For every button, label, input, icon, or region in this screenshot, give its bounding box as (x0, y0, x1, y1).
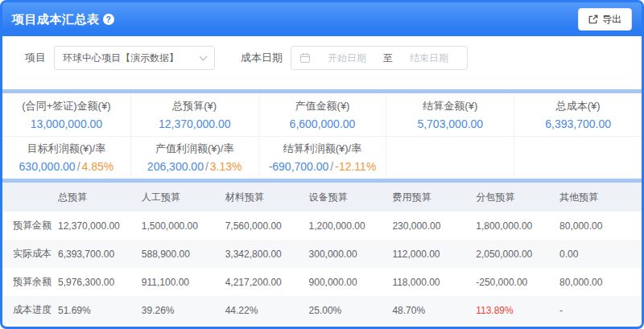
cell: 1,500,000.00 (140, 212, 224, 240)
stat-value: 5,703,000.00 (417, 117, 483, 130)
stat-card-empty (514, 137, 642, 179)
stat-label: 产值金额(¥) (295, 99, 350, 113)
table-row-budget-amount: 预算金额 12,370,000.00 1,500,000.00 7,560,00… (2, 212, 642, 240)
project-select-value: 环球中心项目【演示数据】 (63, 51, 200, 65)
date-range-separator: 至 (383, 51, 393, 65)
cell: 230,000.00 (390, 212, 474, 240)
cell: 118,000.00 (390, 268, 474, 296)
row-label: 实际成本 (2, 240, 56, 268)
cost-table: 总预算 人工预算 材料预算 设备预算 费用预算 分包预算 其他预算 预算金额 1… (2, 183, 642, 324)
column-header: 人工预算 (140, 183, 224, 212)
cell: 3,342,800.00 (224, 240, 308, 268)
slash-separator: / (76, 160, 82, 173)
stat-card-total-budget: 总预算(¥) 12,370,000.00 (130, 93, 258, 136)
table-header-row: 总预算 人工预算 材料预算 设备预算 费用预算 分包预算 其他预算 (2, 183, 642, 212)
stat-card-output-profit: 产值利润额(¥)/率 206,300.00/3.13% (130, 137, 258, 179)
cost-date-filter-label: 成本日期 (241, 51, 283, 65)
profit-rate: 3.13% (210, 160, 242, 173)
cell: 4,217,200.00 (224, 268, 308, 296)
stat-value: 206,300.00/3.13% (147, 160, 242, 173)
stat-label: (合同+签证)金额(¥) (22, 99, 110, 113)
stat-value: 6,393,700.00 (545, 117, 611, 130)
column-header: 其他预算 (558, 183, 642, 212)
column-header: 总预算 (56, 183, 140, 212)
date-range-input[interactable]: 开始日期 至 结束日期 (291, 46, 468, 70)
stat-label: 产值利润额(¥)/率 (155, 142, 234, 156)
stat-card-contract-amount: (合同+签证)金额(¥) 13,000,000.00 (2, 93, 130, 136)
project-filter-label: 项目 (25, 51, 46, 65)
cell: 2,050,000.00 (474, 240, 558, 268)
profit-amount: 206,300.00 (147, 160, 204, 173)
page-title: 项目成本汇总表 (12, 12, 100, 27)
summary-row-1: (合同+签证)金额(¥) 13,000,000.00 总预算(¥) 12,370… (2, 93, 642, 136)
profit-amount: -690,700.00 (269, 160, 329, 173)
stat-card-output-amount: 产值金额(¥) 6,600,000.00 (258, 93, 386, 136)
cell: 900,000.00 (308, 268, 391, 296)
export-button-label: 导出 (602, 13, 621, 27)
titlebar: 项目成本汇总表 ? 导出 (2, 2, 642, 36)
stat-card-settlement-amount: 结算金额(¥) 5,703,000.00 (386, 93, 514, 136)
stat-card-target-profit: 目标利润额(¥)/率 630,000.00/4.85% (2, 137, 130, 179)
calendar-icon (299, 52, 311, 64)
stat-value: 6,600,000.00 (290, 117, 356, 130)
cell: 588,900.00 (140, 240, 224, 268)
project-select[interactable]: 环球中心项目【演示数据】 (54, 46, 215, 70)
profit-rate: 4.85% (82, 160, 114, 173)
profit-rate: -12.11% (335, 160, 376, 173)
filter-row: 项目 环球中心项目【演示数据】 成本日期 开始日期 至 结束日期 (14, 46, 468, 70)
column-header: 费用预算 (390, 183, 474, 212)
slash-separator: / (204, 160, 210, 173)
help-icon[interactable]: ? (103, 14, 114, 25)
column-header (2, 183, 56, 212)
cell: 80,000.00 (558, 212, 642, 240)
stat-value: 13,000,000.00 (31, 117, 103, 130)
cell: 1,800,000.00 (474, 212, 558, 240)
cell: 112,000.00 (390, 240, 474, 268)
table-panel: 总预算 人工预算 材料预算 设备预算 费用预算 分包预算 其他预算 预算金额 1… (2, 183, 642, 327)
column-header: 设备预算 (308, 183, 391, 212)
cell: 300,000.00 (308, 240, 391, 268)
cell: - (558, 296, 642, 324)
end-date-placeholder: 结束日期 (399, 51, 459, 65)
cell: 48.70% (390, 296, 474, 324)
stat-label: 结算利润额(¥)/率 (283, 142, 362, 156)
cell: 5,976,300.00 (56, 268, 140, 296)
stat-card-settlement-profit: 结算利润额(¥)/率 -690,700.00/-12.11% (258, 137, 386, 179)
cell: 0.00 (558, 240, 642, 268)
cell: 911,100.00 (140, 268, 224, 296)
table-row-cost-progress: 成本进度 51.69% 39.26% 44.22% 25.00% 48.70% … (2, 296, 642, 324)
cell: 39.26% (140, 296, 224, 324)
stat-value: -690,700.00/-12.11% (269, 160, 377, 173)
cell: 44.22% (224, 296, 308, 324)
table-row-budget-balance: 预算余额 5,976,300.00 911,100.00 4,217,200.0… (2, 268, 642, 296)
column-header: 材料预算 (224, 183, 308, 212)
chevron-down-icon (200, 52, 208, 60)
cell-over-budget: 113.89% (474, 296, 558, 324)
export-icon (588, 14, 598, 24)
row-label: 成本进度 (2, 296, 56, 324)
summary-panel: (合同+签证)金额(¥) 13,000,000.00 总预算(¥) 12,370… (2, 93, 642, 179)
stat-label: 结算金额(¥) (423, 99, 477, 113)
stat-value: 630,000.00/4.85% (19, 160, 114, 173)
cell: 51.69% (56, 296, 140, 324)
table-row-actual-cost: 实际成本 6,393,700.00 588,900.00 3,342,800.0… (2, 240, 642, 268)
stat-label: 总预算(¥) (172, 99, 217, 113)
stat-label: 总成本(¥) (556, 99, 601, 113)
project-cost-summary-window: 项目成本汇总表 ? 导出 项目 环球中心项目【演示数据】 成本日期 (0, 0, 644, 329)
filter-panel: 项目 环球中心项目【演示数据】 成本日期 开始日期 至 结束日期 (2, 36, 642, 89)
cell: 1,200,000.00 (308, 212, 391, 240)
stat-value: 12,370,000.00 (159, 117, 231, 130)
export-button[interactable]: 导出 (578, 8, 632, 31)
cell: -250,000.00 (474, 268, 558, 296)
column-header: 分包预算 (474, 183, 558, 212)
start-date-placeholder: 开始日期 (317, 51, 377, 65)
row-label: 预算金额 (2, 212, 56, 240)
cell: 6,393,700.00 (56, 240, 140, 268)
cell: 12,370,000.00 (56, 212, 140, 240)
stat-card-empty (386, 137, 514, 179)
cell: 80,000.00 (558, 268, 642, 296)
stat-label: 目标利润额(¥)/率 (27, 142, 106, 156)
cell: 7,560,000.00 (224, 212, 308, 240)
stat-card-total-cost: 总成本(¥) 6,393,700.00 (514, 93, 642, 136)
summary-row-2: 目标利润额(¥)/率 630,000.00/4.85% 产值利润额(¥)/率 2… (2, 136, 642, 179)
